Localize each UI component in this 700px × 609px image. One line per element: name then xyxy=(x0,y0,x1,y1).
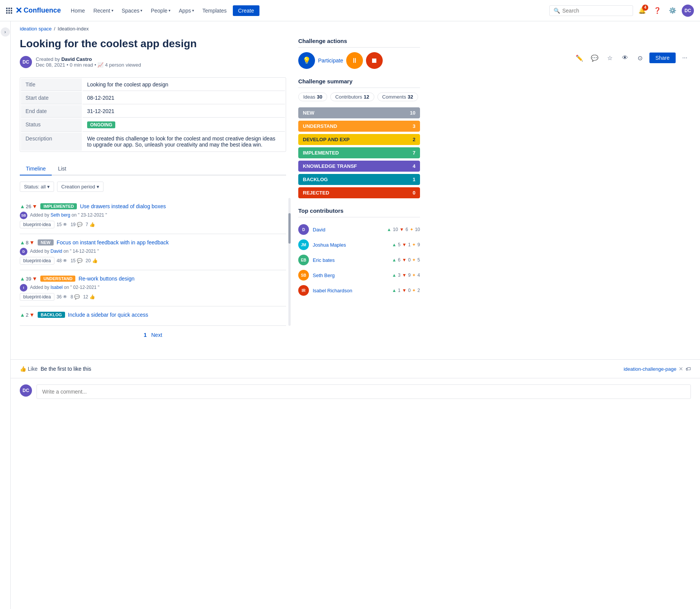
value-start: 08-12-2021 xyxy=(83,92,285,104)
status-bar-implemented: IMPLEMENTED 7 xyxy=(298,147,420,158)
tab-timeline[interactable]: Timeline xyxy=(20,163,52,175)
label-start: Start date xyxy=(21,92,82,104)
tab-list[interactable]: List xyxy=(52,163,72,175)
status-bar-understand: UNDERSTAND 3 xyxy=(298,121,420,132)
up-count: 3 xyxy=(398,273,401,278)
participate-label[interactable]: Participate xyxy=(318,57,343,64)
list-item: ▲ 39 ▼ UNDERSTAND Re-work buttons design… xyxy=(20,270,286,306)
search-input[interactable] xyxy=(562,8,629,14)
like-left: 👍 Like Be the first to like this xyxy=(20,366,91,372)
create-button[interactable]: Create xyxy=(233,5,259,16)
contributor-avatar: IR xyxy=(298,285,309,296)
value-status: ONGOING xyxy=(83,118,285,132)
likes-stat: 20 👍 xyxy=(86,258,98,263)
comment-input[interactable] xyxy=(37,384,691,399)
author-avatar: DC xyxy=(20,56,32,68)
challenge-summary-section: Challenge summary Ideas 30 Contributors … xyxy=(298,78,420,198)
upvote-icon: ▲ xyxy=(20,312,25,318)
idea-title[interactable]: Use drawers instead of dialog boxes xyxy=(80,203,166,209)
up-count: 6 xyxy=(398,257,401,263)
contributor-stats: ▲3 ▼9 ✦4 xyxy=(392,273,420,278)
down-count: 0 xyxy=(408,288,411,293)
status-filter[interactable]: Status: all ▾ xyxy=(20,182,54,192)
contributor-avatar: EB xyxy=(298,255,309,265)
up-count: 5 xyxy=(398,242,401,247)
scrollbar-track[interactable] xyxy=(288,198,291,326)
down-count: 9 xyxy=(408,273,411,278)
contributor-name[interactable]: Eric bates xyxy=(313,257,388,263)
up-count: 1 xyxy=(398,288,401,293)
tag-chip[interactable]: blueprint-idea xyxy=(20,257,54,265)
breadcrumb-space[interactable]: ideation space xyxy=(20,26,52,32)
bar-count-understand: 3 xyxy=(413,123,415,129)
logo-area[interactable]: ✕ Confluence xyxy=(6,6,61,16)
search-box[interactable]: 🔍 xyxy=(549,5,633,16)
breadcrumb: ideation space / Ideation-index xyxy=(11,21,700,32)
bar-count-backlog: 1 xyxy=(413,177,415,182)
toggle-icon[interactable]: › xyxy=(1,27,10,37)
nav-templates[interactable]: Templates xyxy=(199,5,231,16)
help-icon[interactable]: ❓ xyxy=(651,5,663,17)
table-row: End date 31-12-2021 xyxy=(21,105,285,118)
label-title: Title xyxy=(21,78,82,91)
table-row: Start date 08-12-2021 xyxy=(21,92,285,104)
breadcrumb-separator: / xyxy=(54,26,56,32)
contributor-avatar: SB xyxy=(298,270,309,281)
list-item: ▲ 2 ▼ BACKLOG Include a sidebar for quic… xyxy=(20,306,286,326)
author-name[interactable]: David Castro xyxy=(61,56,92,62)
up-icon: ▲ xyxy=(387,227,391,232)
vote-section: ▲ 26 ▼ xyxy=(20,203,37,209)
idea-title[interactable]: Include a sidebar for quick access xyxy=(68,312,148,318)
notification-bell[interactable]: 🔔 4 xyxy=(636,5,648,17)
contributor-name[interactable]: David xyxy=(313,227,383,233)
value-title: Looking for the coolest app design xyxy=(83,78,285,91)
tag-close[interactable]: ✕ xyxy=(679,366,683,372)
pause-btn[interactable]: ⏸ xyxy=(346,52,363,69)
contributor-name[interactable]: Isabel Richardson xyxy=(313,288,388,293)
settings-icon[interactable]: ⚙️ xyxy=(667,5,679,17)
nav-recent[interactable]: Recent ▾ xyxy=(89,5,117,16)
tag-icon[interactable]: 🏷 xyxy=(686,366,691,372)
upvote-icon: ▲ xyxy=(20,239,25,246)
page-number-1[interactable]: 1 xyxy=(144,332,147,338)
contributors-badge: Contributors 12 xyxy=(330,92,374,101)
next-page-button[interactable]: Next xyxy=(151,332,162,338)
table-row: Description We created this challenge to… xyxy=(21,132,285,151)
nav-spaces[interactable]: Spaces ▾ xyxy=(118,5,146,16)
author-link[interactable]: David xyxy=(51,249,62,254)
participate-icon-btn[interactable]: 💡 xyxy=(298,52,315,69)
tag-label[interactable]: ideation-challenge-page xyxy=(624,366,676,372)
tag-chip[interactable]: blueprint-idea xyxy=(20,293,54,301)
search-icon: 🔍 xyxy=(554,8,560,14)
bar-new: NEW 10 xyxy=(298,107,420,118)
contributor-row: EB Eric bates ▲6 ▼0 ✦5 xyxy=(298,252,420,268)
star-count: 4 xyxy=(417,273,420,278)
nav-people[interactable]: People ▾ xyxy=(147,5,174,16)
label-status: Status xyxy=(21,118,82,132)
idea-title[interactable]: Re-work buttons design xyxy=(78,276,134,282)
bar-label-understand: UNDERSTAND xyxy=(303,123,337,129)
nav-home[interactable]: Home xyxy=(67,5,89,16)
period-filter[interactable]: Creation period ▾ xyxy=(57,182,103,192)
contributor-name[interactable]: Seth Berg xyxy=(313,273,388,278)
summary-badges: Ideas 30 Contributors 12 Comments 32 xyxy=(298,92,420,101)
author-link[interactable]: Isabel xyxy=(51,285,63,290)
like-bar: 👍 Like Be the first to like this ideatio… xyxy=(11,359,700,378)
idea-title[interactable]: Focus on instant feedback with in app fe… xyxy=(57,239,169,246)
downvote-icon: ▼ xyxy=(32,203,37,209)
contributor-name[interactable]: Joshua Maples xyxy=(313,242,388,248)
stop-btn[interactable]: ⏹ xyxy=(366,52,383,69)
upvote-icon: ▲ xyxy=(20,203,25,209)
sidebar-toggle[interactable]: › xyxy=(0,21,11,609)
content-area: ideation space / Ideation-index ✏️ 💬 ☆ 👁… xyxy=(11,21,700,609)
nav-apps[interactable]: Apps ▾ xyxy=(175,5,198,16)
bar-count-knowledge: 4 xyxy=(413,163,415,169)
table-row: Title Looking for the coolest app design xyxy=(21,78,285,91)
author-link[interactable]: Seth berg xyxy=(51,212,70,218)
like-button[interactable]: 👍 Like xyxy=(20,366,38,372)
tag-chip[interactable]: blueprint-idea xyxy=(20,221,54,228)
user-avatar[interactable]: DC xyxy=(682,5,694,17)
idea-list: ▲ 26 ▼ IMPLEMENTED Use drawers instead o… xyxy=(20,198,286,326)
pagination: 1 Next xyxy=(20,326,286,344)
vote-section: ▲ 39 ▼ xyxy=(20,276,37,282)
